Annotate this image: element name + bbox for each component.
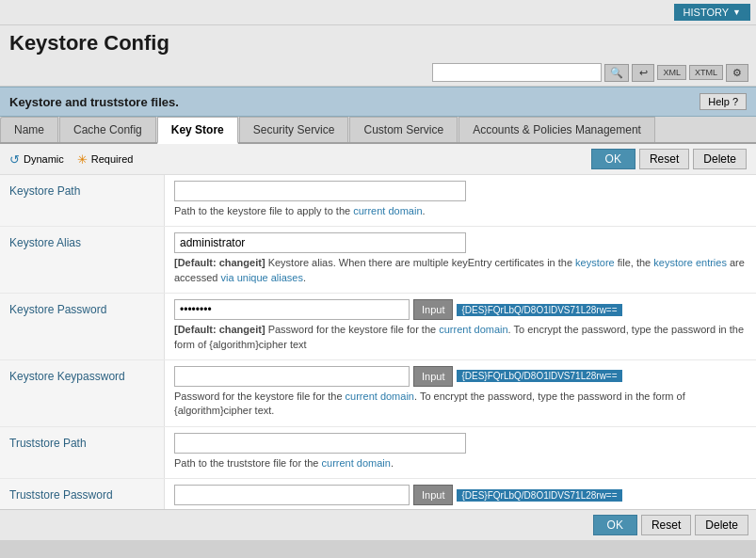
alias-default-label: [Default: changeit]	[174, 257, 265, 268]
xhtml-icon-button[interactable]: XTML	[689, 65, 723, 80]
bottom-delete-button[interactable]: Delete	[695, 515, 748, 535]
current-domain-link2: current domain	[439, 324, 507, 335]
search-icon-button[interactable]: 🔍	[604, 64, 629, 82]
refresh-icon-button[interactable]: ↩	[632, 64, 654, 82]
tab-cache-config[interactable]: Cache Config	[59, 117, 156, 142]
dynamic-icon: ↺	[9, 152, 20, 167]
bottom-ok-button[interactable]: OK	[593, 515, 637, 535]
current-domain-link4: current domain	[322, 457, 391, 469]
search-input[interactable]	[432, 63, 602, 82]
keystore-password-input-button[interactable]: Input	[413, 299, 453, 320]
truststore-password-label: Truststore Password	[0, 479, 165, 509]
via-unique-link: via unique aliases	[221, 272, 303, 283]
keystore-path-row: Keystore Path Path to the keystore file …	[0, 175, 756, 227]
keystore-password-encrypted: {DES}FQrLbQ/D8O1lDVS71L28rw==	[457, 304, 621, 316]
truststore-password-encrypted: {DES}FQrLbQ/D8O1lDVS71L28rw==	[457, 489, 621, 502]
truststore-path-label: Truststore Path	[0, 427, 165, 478]
keystore-alias-input[interactable]	[174, 232, 466, 253]
keystore-path-label: Keystore Path	[0, 175, 165, 226]
dynamic-label: Dynamic	[24, 153, 64, 165]
current-domain-link1: current domain	[353, 205, 422, 216]
keystore-path-content: Path to the keystore file to apply to th…	[165, 175, 756, 226]
truststore-path-row: Truststore Path Path to the truststore f…	[0, 427, 756, 479]
action-buttons: OK Reset Delete	[591, 149, 747, 169]
required-icon: ✳	[77, 152, 88, 167]
keystore-password-content: Input {DES}FQrLbQ/D8O1lDVS71L28rw== [Def…	[165, 294, 756, 359]
subtitle-text: Keystore and truststore files.	[9, 95, 179, 109]
top-bar: HISTORY ▼	[0, 0, 756, 25]
keystore-path-input[interactable]	[174, 181, 466, 201]
required-legend: ✳ Required	[77, 152, 134, 167]
keystore-keypassword-input[interactable]	[174, 366, 410, 387]
keystore-keypassword-content: Input {DES}FQrLbQ/D8O1lDVS71L28rw== Pass…	[165, 360, 756, 426]
keystore-password-input[interactable]	[174, 299, 410, 320]
keystore-alias-row: Keystore Alias [Default: changeit] Keyst…	[0, 227, 756, 294]
truststore-password-desc: [Default: changeit] Password for the tru…	[174, 508, 747, 509]
keystore-alias-content: [Default: changeit] Keystore alias. When…	[165, 227, 756, 293]
bottom-buttons: OK Reset Delete	[0, 509, 756, 540]
truststore-password-row: Truststore Password Input {DES}FQrLbQ/D8…	[0, 479, 756, 509]
required-label: Required	[91, 153, 134, 165]
keystore-keypassword-encrypted: {DES}FQrLbQ/D8O1lDVS71L28rw==	[457, 370, 621, 382]
help-icon: ?	[732, 96, 738, 107]
tabs-bar: Name Cache Config Key Store Security Ser…	[0, 117, 756, 144]
tab-accounts-policies[interactable]: Accounts & Policies Management	[458, 117, 655, 142]
delete-button[interactable]: Delete	[693, 149, 747, 169]
keystore-keypassword-input-row: Input {DES}FQrLbQ/D8O1lDVS71L28rw==	[174, 366, 747, 387]
keystore-link: keystore	[575, 257, 615, 268]
truststore-password-content: Input {DES}FQrLbQ/D8O1lDVS71L28rw== [Def…	[165, 479, 756, 509]
page-title: Keystore Config	[0, 25, 756, 59]
xml-icon-button[interactable]: XML	[657, 65, 686, 80]
tab-security-service[interactable]: Security Service	[239, 117, 349, 142]
help-label: Help	[708, 96, 730, 107]
truststore-path-input[interactable]	[174, 433, 466, 454]
keystore-entries-link: keystore entries	[653, 257, 727, 268]
keystore-alias-desc: [Default: changeit] Keystore alias. When…	[174, 256, 747, 285]
subtitle-bar: Keystore and truststore files. Help ?	[0, 87, 756, 117]
keystore-keypassword-desc: Password for the keystore file for the c…	[174, 390, 747, 419]
settings-icon-button[interactable]: ⚙	[726, 64, 748, 82]
help-button[interactable]: Help ?	[700, 93, 747, 110]
form-area: Keystore Path Path to the keystore file …	[0, 175, 756, 509]
search-bar: 🔍 ↩ XML XTML ⚙	[0, 59, 756, 87]
keystore-alias-label: Keystore Alias	[0, 227, 165, 293]
tab-name[interactable]: Name	[0, 117, 58, 142]
keystore-keypassword-label: Keystore Keypassword	[0, 360, 165, 426]
keystore-pw-default-label: [Default: changeit]	[174, 324, 265, 335]
truststore-path-desc: Path to the truststore file for the curr…	[174, 456, 747, 470]
keystore-password-row: Keystore Password Input {DES}FQrLbQ/D8O1…	[0, 294, 756, 360]
current-domain-link3: current domain	[346, 391, 414, 402]
truststore-password-input-row: Input {DES}FQrLbQ/D8O1lDVS71L28rw==	[174, 485, 747, 505]
keystore-password-desc: [Default: changeit] Password for the key…	[174, 323, 747, 352]
tab-custom-service[interactable]: Custom Service	[349, 117, 458, 142]
ok-button[interactable]: OK	[591, 149, 635, 169]
truststore-password-input[interactable]	[174, 485, 410, 505]
truststore-password-input-button[interactable]: Input	[413, 485, 453, 505]
tab-key-store[interactable]: Key Store	[157, 117, 238, 144]
keystore-path-desc: Path to the keystore file to apply to th…	[174, 204, 747, 218]
reset-button[interactable]: Reset	[639, 149, 689, 169]
bottom-reset-button[interactable]: Reset	[641, 515, 691, 535]
history-arrow-icon: ▼	[732, 8, 741, 17]
dynamic-legend: ↺ Dynamic	[9, 152, 64, 167]
keystore-password-label: Keystore Password	[0, 294, 165, 359]
history-button[interactable]: HISTORY ▼	[674, 4, 750, 21]
keystore-keypassword-row: Keystore Keypassword Input {DES}FQrLbQ/D…	[0, 360, 756, 427]
legend-bar: ↺ Dynamic ✳ Required OK Reset Delete	[0, 144, 756, 175]
truststore-path-content: Path to the truststore file for the curr…	[165, 427, 756, 478]
keystore-password-input-row: Input {DES}FQrLbQ/D8O1lDVS71L28rw==	[174, 299, 747, 320]
history-label: HISTORY	[684, 7, 730, 18]
keystore-keypassword-input-button[interactable]: Input	[413, 366, 453, 387]
